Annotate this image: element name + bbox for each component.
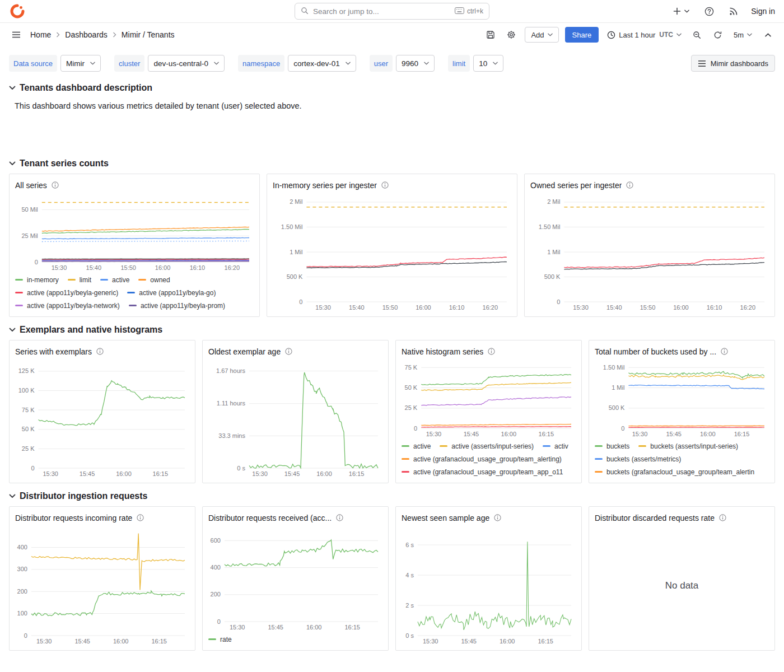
legend-row: active (grafanacloud_usage_group/team_al… (402, 452, 576, 465)
filter-value-dropdown-namespace[interactable]: cortex-dev-01 (288, 55, 356, 72)
legend-label: active (grafanacloud_usage_group/team_ap… (413, 468, 563, 476)
panel-info-icon[interactable] (96, 348, 104, 355)
legend-item-buckets-asserts-metrics[interactable]: buckets (asserts/metrics) (595, 455, 681, 463)
svg-text:16:00: 16:00 (306, 624, 322, 631)
legend-item-active[interactable]: active (402, 442, 431, 450)
legend-item-active-appo11y-beyla-generic[interactable]: active (appo11y/beyla-generic) (15, 289, 118, 297)
panel-title: Distributor requests received (acc... (208, 514, 332, 522)
svg-text:16:20: 16:20 (225, 264, 240, 271)
save-dashboard-icon[interactable] (483, 27, 498, 42)
share-button[interactable]: Share (565, 27, 599, 43)
grafana-logo[interactable] (9, 3, 26, 20)
chart-oldest-exemplar-age[interactable]: 0 s33.3 mins1.11 hours1.67 hours15:3015:… (208, 359, 382, 478)
panel-header[interactable]: Owned series per ingester (530, 178, 769, 193)
svg-text:2 s: 2 s (405, 602, 414, 609)
sign-in-link[interactable]: Sign in (751, 7, 775, 16)
panel-header[interactable]: Distributor requests incoming rate (15, 510, 189, 525)
section-title: Tenants dashboard description (20, 83, 152, 93)
settings-gear-icon[interactable] (504, 27, 519, 42)
chart-distributor-requests-received-acc[interactable]: 020040060015:3015:4516:0016:15 (208, 525, 382, 632)
help-icon[interactable] (702, 4, 716, 18)
chart-in-memory-series-per-ingester[interactable]: 0500 K1 Mil1.50 Mil2 Mil15:3015:4015:501… (273, 193, 511, 312)
chart-all-series[interactable]: 025 Mil50 Mil15:3015:4015:5016:0016:1016… (15, 193, 254, 272)
legend-item-buckets[interactable]: buckets (595, 442, 629, 450)
news-icon[interactable] (726, 4, 741, 18)
legend-label: rate (220, 636, 232, 643)
chart-owned-series-per-ingester[interactable]: 0500 K1 Mil1.50 Mil2 Mil15:3015:4015:501… (530, 193, 769, 312)
legend-item-activ[interactable]: activ (543, 442, 568, 450)
panel-header[interactable]: Oldest exemplar age (208, 344, 382, 359)
list-icon (698, 60, 706, 67)
panel-header[interactable]: Series with exemplars (15, 344, 189, 359)
panel-header[interactable]: In-memory series per ingester (273, 178, 511, 193)
panel-info-icon[interactable] (381, 181, 389, 189)
panel-info-icon[interactable] (488, 348, 495, 355)
legend-item-active[interactable]: active (100, 276, 129, 284)
panel-header[interactable]: All series (15, 178, 254, 193)
filter-value-dropdown-user[interactable]: 9960 (396, 55, 435, 72)
legend-item-active-appo11y-beyla-go[interactable]: active (appo11y/beyla-go) (127, 289, 216, 297)
panel-info-icon[interactable] (721, 348, 728, 355)
panel-header[interactable]: Native histogram series (402, 344, 576, 359)
dashboard-body: Tenant series countsAll series025 Mil50 … (0, 158, 784, 651)
panel-header[interactable]: Total number of buckets used by ... (595, 344, 769, 359)
panel-header[interactable]: Distributor requests received (acc... (208, 510, 382, 525)
filter-value-dropdown-data-source[interactable]: Mimir (60, 55, 101, 72)
legend-item-active-grafanacloud-usage-group-team-alerting[interactable]: active (grafanacloud_usage_group/team_al… (402, 455, 562, 463)
legend-item-active-grafanacloud-usage-group-team-app-o11[interactable]: active (grafanacloud_usage_group/team_ap… (402, 468, 563, 476)
svg-text:0 s: 0 s (237, 465, 245, 472)
filter-value-dropdown-limit[interactable]: 10 (473, 55, 503, 72)
panel-info-icon[interactable] (137, 514, 144, 521)
section-header-exemplars-and-native-histograms[interactable]: Exemplars and native histograms (0, 325, 784, 335)
panel-info-icon[interactable] (494, 514, 501, 521)
legend-row: active (appo11y/beyla-network)active (ap… (15, 299, 254, 312)
legend-color-mark (638, 445, 646, 447)
legend-item-active-asserts-input-series[interactable]: active (asserts/input-series) (440, 442, 534, 450)
refresh-icon[interactable] (711, 27, 725, 42)
menu-toggle-button[interactable] (9, 27, 24, 42)
refresh-interval-dropdown[interactable]: 5m (731, 27, 754, 43)
breadcrumb-dashboards[interactable]: Dashboards (65, 30, 108, 39)
description-section-header[interactable]: Tenants dashboard description (0, 83, 784, 93)
panel-header[interactable]: Newest seen sample age (402, 510, 576, 525)
legend-item-rate[interactable]: rate (208, 636, 232, 643)
panel-info-icon[interactable] (336, 514, 343, 521)
svg-text:15:50: 15:50 (120, 264, 136, 271)
section-title: Distributor ingestion requests (20, 491, 147, 501)
chart-native-histogram-series[interactable]: 025 K50 K75 K15:3015:4516:0016:15 (402, 359, 576, 438)
legend-item-active-appo11y-beyla-network[interactable]: active (appo11y/beyla-network) (15, 302, 120, 310)
mimir-dashboards-button[interactable]: Mimir dashboards (691, 55, 775, 72)
panel-info-icon[interactable] (285, 348, 292, 355)
legend-item-buckets-asserts-input-series[interactable]: buckets (asserts/input-series) (638, 442, 738, 450)
search-shortcut: ctrl+k (455, 7, 483, 16)
svg-text:16:20: 16:20 (483, 304, 498, 311)
section-header-tenant-series-counts[interactable]: Tenant series counts (0, 158, 784, 169)
section-header-distributor-ingestion-requests[interactable]: Distributor ingestion requests (0, 491, 784, 501)
chart-newest-seen-sample-age[interactable]: 0 s2 s4 s6 s15:3015:4516:0016:15 (402, 525, 576, 646)
legend-item-buckets-grafanacloud-usage-group-team-alertin[interactable]: buckets (grafanacloud_usage_group/team_a… (595, 468, 754, 476)
svg-text:200: 200 (17, 588, 27, 595)
breadcrumb-home[interactable]: Home (30, 30, 51, 39)
time-range-picker[interactable]: Last 1 hour UTC (605, 27, 684, 43)
svg-text:75 K: 75 K (22, 407, 35, 413)
legend-item-owned[interactable]: owned (138, 276, 170, 284)
zoom-out-icon[interactable] (690, 27, 704, 42)
legend-item-active-appo11y-beyla-prom[interactable]: active (appo11y/beyla-prom) (129, 302, 225, 310)
collapse-toolbar-icon[interactable] (760, 27, 775, 42)
search-input[interactable]: Search or jump to... ctrl+k (295, 3, 489, 20)
new-menu-button[interactable] (670, 4, 692, 18)
legend-item-in-memory[interactable]: in-memory (15, 276, 59, 284)
chart-series-with-exemplars[interactable]: 025 K50 K75 K100 K125 K15:3015:4516:0016… (15, 359, 189, 478)
panel-info-icon[interactable] (52, 181, 59, 189)
section-title: Exemplars and native histograms (20, 325, 162, 335)
legend-item-limit[interactable]: limit (68, 276, 91, 284)
chart-distributor-requests-incoming-rate[interactable]: 010020030040015:3015:4516:0016:15 (15, 525, 189, 646)
legend-color-mark (129, 305, 137, 306)
filter-value-dropdown-cluster[interactable]: dev-us-central-0 (148, 55, 225, 72)
panel-header[interactable]: Distributor discarded requests rate (595, 510, 769, 525)
legend-color-mark (100, 279, 108, 281)
add-button[interactable]: Add (525, 27, 558, 43)
panel-info-icon[interactable] (719, 514, 726, 521)
panel-info-icon[interactable] (626, 181, 633, 189)
chart-total-number-of-buckets-used-by[interactable]: 0500 K1 Mil1.50 Mil15:3015:4516:0016:15 (595, 359, 769, 438)
